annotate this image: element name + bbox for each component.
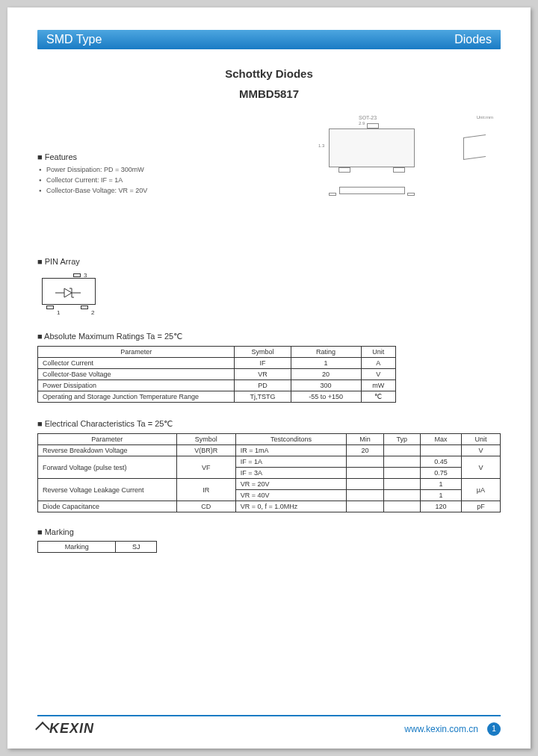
logo-icon xyxy=(35,722,50,737)
col-rating: Rating xyxy=(291,347,361,358)
marking-heading: Marking xyxy=(37,527,501,536)
table-row: Forward Voltage (pulse test) VF IF = 1A … xyxy=(38,456,501,468)
table-row: Collector-Base VoltageVR20V xyxy=(38,369,396,380)
abs-max-section: Absolute Maximum Ratings Ta = 25℃ Parame… xyxy=(37,332,501,403)
feature-item: Collector Current: IF = 1A xyxy=(39,176,147,184)
table-row: Power DissipationPD300mW xyxy=(38,380,396,391)
table-header-row: Parameter Symbol Rating Unit xyxy=(38,347,396,358)
package-front-view xyxy=(329,182,415,200)
features-heading: Features xyxy=(37,152,147,161)
package-side-view xyxy=(463,128,493,167)
pin-2: 2 xyxy=(91,309,94,316)
title-block: Schottky Diodes MMBD5817 xyxy=(37,67,501,100)
pin-3: 3 xyxy=(84,272,87,279)
svg-marker-1 xyxy=(64,288,72,297)
diode-icon xyxy=(55,287,82,299)
unit-label: Unit:mm xyxy=(477,115,493,120)
brand-logo: KEXIN xyxy=(37,721,94,737)
header-bar: SMD Type Diodes xyxy=(37,30,501,49)
top-area: Features Power Dissipation: PD = 300mW C… xyxy=(37,115,501,235)
abs-max-heading: Absolute Maximum Ratings Ta = 25℃ xyxy=(37,332,501,341)
pin-diagram: 3 1 2 xyxy=(37,270,102,317)
pin-array-section: PIN Array 3 1 2 xyxy=(37,257,501,317)
col-symbol: Symbol xyxy=(235,347,291,358)
package-name: SOT-23 xyxy=(359,115,377,120)
col-parameter: Parameter xyxy=(38,347,235,358)
table-row: Collector CurrentIF1A xyxy=(38,358,396,369)
pin-1: 1 xyxy=(57,309,60,316)
table-row: Marking SJ xyxy=(38,542,157,553)
elec-char-section: Electrical Characteristics Ta = 25℃ Para… xyxy=(37,419,501,512)
datasheet-page: SMD Type Diodes Schottky Diodes MMBD5817… xyxy=(7,7,531,749)
page-number: 1 xyxy=(487,722,501,736)
marking-table: Marking SJ xyxy=(37,541,157,553)
elec-char-table: Parameter Symbol Testconditons Min Typ M… xyxy=(37,433,501,512)
feature-item: Collector-Base Voltage: VR = 20V xyxy=(39,187,147,194)
doc-title: Schottky Diodes xyxy=(37,67,501,80)
features-list: Power Dissipation: PD = 300mW Collector … xyxy=(39,166,147,194)
table-row: Diode Capacitance CD VR = 0, f = 1.0MHz … xyxy=(38,501,501,512)
package-drawing: SOT-23 Unit:mm 2.9 1.3 xyxy=(321,115,501,235)
marking-label: Marking xyxy=(38,542,116,553)
footer-url: www.kexin.com.cn xyxy=(404,724,478,734)
abs-max-table: Parameter Symbol Rating Unit Collector C… xyxy=(37,346,396,403)
marking-section: Marking Marking SJ xyxy=(37,527,501,553)
table-row: Reverse Breakdown Voltage V(BR)R IR = 1m… xyxy=(38,445,501,456)
brand-name: KEXIN xyxy=(49,721,94,737)
header-left: SMD Type xyxy=(46,33,102,46)
table-row: Reverse Voltage Leakage Current IR VR = … xyxy=(38,479,501,490)
marking-value: SJ xyxy=(116,542,157,553)
pin-array-heading: PIN Array xyxy=(37,257,501,266)
features-section: Features Power Dissipation: PD = 300mW C… xyxy=(37,152,147,235)
col-unit: Unit xyxy=(361,347,395,358)
elec-char-heading: Electrical Characteristics Ta = 25℃ xyxy=(37,419,501,429)
feature-item: Power Dissipation: PD = 300mW xyxy=(39,166,147,173)
table-row: Operating and Storage Junction Temperatu… xyxy=(38,391,396,403)
part-number: MMBD5817 xyxy=(37,87,501,100)
table-header-row: Parameter Symbol Testconditons Min Typ M… xyxy=(38,434,501,445)
header-right: Diodes xyxy=(454,33,492,46)
footer: KEXIN www.kexin.com.cn 1 xyxy=(37,715,501,737)
package-top-view xyxy=(329,128,415,167)
